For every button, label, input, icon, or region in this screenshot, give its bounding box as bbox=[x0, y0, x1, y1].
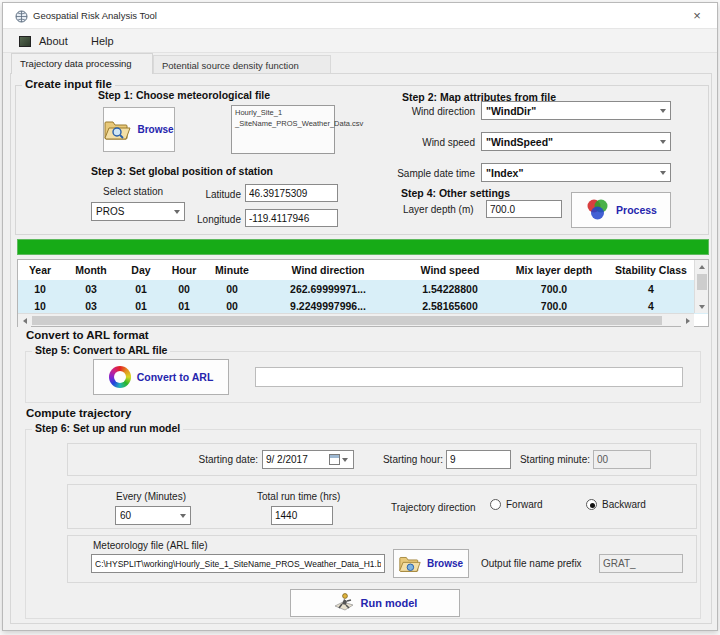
color-ring-icon bbox=[109, 366, 131, 388]
table-cell: 9.2249997996... bbox=[258, 300, 398, 312]
sample-date-select[interactable]: "Index" bbox=[481, 163, 671, 182]
table-row[interactable]: 10 03 01 00 00 262.69999971... 1.5422880… bbox=[18, 280, 708, 297]
backward-label: Backward bbox=[602, 499, 646, 510]
table-cell: 00 bbox=[206, 283, 258, 295]
met-file-label: Meteorology file (ARL file) bbox=[93, 540, 208, 551]
forward-label: Forward bbox=[506, 499, 543, 510]
step5-title: Step 5: Convert to ARL file bbox=[32, 344, 170, 356]
wind-direction-label: Wind direction bbox=[395, 106, 475, 117]
sample-date-value: "Index" bbox=[486, 167, 656, 179]
menu-help[interactable]: Help bbox=[85, 33, 120, 49]
table-cell: 00 bbox=[206, 300, 258, 312]
every-minutes-select[interactable]: 60 bbox=[115, 506, 191, 525]
layer-depth-field[interactable] bbox=[486, 200, 562, 218]
step1-file-box[interactable]: Hourly_Site_1 _SiteName_PROS_Weather_Dat… bbox=[231, 105, 335, 154]
chevron-down-icon bbox=[176, 507, 190, 524]
total-run-time-field[interactable] bbox=[271, 506, 333, 525]
compute-group-title: Compute trajectory bbox=[23, 407, 134, 419]
backward-radio[interactable]: Backward bbox=[586, 499, 646, 510]
color-wheel-icon bbox=[585, 198, 610, 223]
wind-direction-select[interactable]: "WindDir" bbox=[481, 101, 671, 120]
table-cell: 03 bbox=[62, 283, 120, 295]
menu-about[interactable]: About bbox=[33, 33, 74, 49]
station-select[interactable]: PROS bbox=[91, 202, 185, 221]
select-station-label: Select station bbox=[103, 186, 163, 197]
tab-trajectory-data-processing[interactable]: Trajectory data processing bbox=[11, 53, 153, 74]
step1-browse-label: Browse bbox=[137, 124, 173, 135]
chevron-down-icon bbox=[170, 203, 184, 220]
wind-speed-label: Wind speed bbox=[395, 137, 475, 148]
longitude-field[interactable] bbox=[245, 209, 338, 227]
vertical-scroll-thumb[interactable] bbox=[697, 274, 707, 290]
header-wind-direction[interactable]: Wind direction bbox=[258, 264, 398, 276]
table-cell: 4 bbox=[606, 283, 696, 295]
radio-circle-icon bbox=[490, 499, 501, 510]
latitude-field[interactable] bbox=[245, 184, 338, 202]
met-file-browse-button[interactable]: Browse bbox=[393, 549, 469, 578]
tab-strip: Trajectory data processing Potential sou… bbox=[3, 53, 717, 74]
horizontal-scroll-thumb[interactable] bbox=[32, 316, 662, 325]
chevron-down-icon bbox=[656, 133, 670, 150]
tab-psdf[interactable]: Potential source density function (PSDF) bbox=[153, 55, 331, 74]
convert-group-title: Convert to ARL format bbox=[23, 329, 152, 341]
table-cell: 1.54228800 bbox=[398, 283, 502, 295]
table-cell: 700.0 bbox=[502, 283, 606, 295]
table-cell: 01 bbox=[162, 300, 206, 312]
chevron-down-icon bbox=[656, 164, 670, 181]
table-cell: 700.0 bbox=[502, 300, 606, 312]
chevron-down-icon bbox=[340, 451, 350, 468]
run-model-label: Run model bbox=[361, 597, 418, 609]
app-window: Geospatial Risk Analysis Tool × About He… bbox=[2, 2, 718, 631]
output-prefix-label: Output file name prefix bbox=[481, 558, 582, 569]
run-model-button[interactable]: Run model bbox=[290, 589, 460, 617]
sample-date-label: Sample date time bbox=[385, 168, 475, 179]
starting-hour-field[interactable] bbox=[446, 450, 511, 469]
convert-to-arl-label: Convert to ARL bbox=[137, 371, 214, 383]
wind-speed-select[interactable]: "WindSpeed" bbox=[481, 132, 671, 151]
radio-circle-icon bbox=[586, 499, 597, 510]
table-cell: 03 bbox=[62, 300, 120, 312]
layer-depth-label: Layer depth (m) bbox=[403, 204, 474, 215]
header-month[interactable]: Month bbox=[62, 264, 120, 276]
table-cell: 00 bbox=[162, 283, 206, 295]
starting-date-picker[interactable]: 9/ 2/2017 bbox=[262, 450, 354, 469]
every-minutes-value: 60 bbox=[120, 510, 176, 521]
step3-title: Step 3: Set global position of station bbox=[91, 165, 273, 177]
close-button[interactable]: × bbox=[685, 7, 709, 25]
scroll-left-icon[interactable] bbox=[18, 314, 31, 327]
header-wind-speed[interactable]: Wind speed bbox=[398, 264, 502, 276]
header-hour[interactable]: Hour bbox=[162, 264, 206, 276]
header-mix-layer-depth[interactable]: Mix layer depth bbox=[502, 264, 606, 276]
trajectory-direction-label: Trajectory direction bbox=[391, 502, 476, 513]
table-horizontal-scrollbar[interactable] bbox=[18, 313, 694, 326]
folder-arrow-icon bbox=[399, 555, 421, 573]
table-row[interactable]: 10 03 01 01 00 9.2249997996... 2.5816560… bbox=[18, 297, 708, 314]
title-bar: Geospatial Risk Analysis Tool × bbox=[3, 3, 717, 29]
scroll-down-icon[interactable] bbox=[695, 300, 708, 313]
starting-minute-field[interactable] bbox=[593, 450, 651, 469]
longitude-label: Longitude bbox=[189, 214, 241, 225]
step1-browse-button[interactable]: Browse bbox=[103, 107, 175, 152]
table-cell: 262.69999971... bbox=[258, 283, 398, 295]
convert-to-arl-button[interactable]: Convert to ARL bbox=[93, 359, 229, 395]
met-file-field[interactable] bbox=[91, 554, 385, 573]
menu-bar: About Help bbox=[3, 29, 717, 53]
table-cell: 4 bbox=[606, 300, 696, 312]
step1-title: Step 1: Choose meteorological file bbox=[98, 89, 270, 101]
table-cell: 2.58165600 bbox=[398, 300, 502, 312]
process-button[interactable]: Process bbox=[571, 192, 671, 228]
output-prefix-field[interactable] bbox=[599, 554, 683, 573]
met-browse-label: Browse bbox=[427, 558, 463, 569]
header-minute[interactable]: Minute bbox=[206, 264, 258, 276]
file-name-line1: Hourly_Site_1 bbox=[235, 107, 331, 118]
header-stability-class[interactable]: Stability Class bbox=[606, 264, 696, 276]
starting-hour-label: Starting hour: bbox=[371, 454, 443, 465]
app-icon bbox=[15, 10, 28, 23]
scroll-right-icon[interactable] bbox=[681, 314, 694, 327]
header-year[interactable]: Year bbox=[18, 264, 62, 276]
header-day[interactable]: Day bbox=[120, 264, 162, 276]
table-vertical-scrollbar[interactable] bbox=[694, 260, 708, 313]
forward-radio[interactable]: Forward bbox=[490, 499, 543, 510]
scroll-up-icon[interactable] bbox=[695, 260, 708, 273]
calendar-icon bbox=[329, 454, 340, 465]
